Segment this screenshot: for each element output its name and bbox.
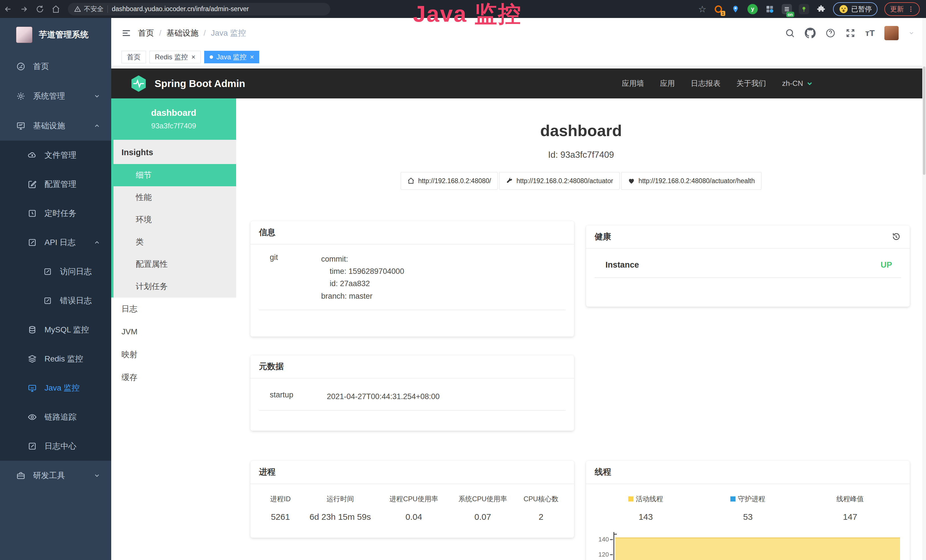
outer-sidebar: 芋道管理系统 首页 系统管理 基础设施 文件管理 配置管理 [0,18,111,560]
github-icon[interactable] [805,28,816,38]
insights-section: Insights 细节 性能 环境 类 配置属性 计划任务 [111,140,236,298]
threads-legend-daemon: 守护进程 [697,494,799,504]
sidebar-item-dev-tools[interactable]: 研发工具 [0,461,111,490]
sidebar-item-metrics[interactable]: 性能 [113,186,236,209]
breadcrumb-infrastructure[interactable]: 基础设施 [166,28,198,38]
close-icon[interactable]: × [191,54,195,61]
app-logo[interactable]: 芋道管理系统 [0,18,111,51]
sidebar-item-config-management[interactable]: 配置管理 [0,170,111,199]
layers-icon [27,354,37,363]
sidebar-item-java-monitor[interactable]: Java 监控 [0,374,111,403]
onetab-extension-icon[interactable]: on [782,4,792,14]
threads-card-title: 线程 [595,466,611,478]
threads-card: 线程 活动线程 守护进程 线程峰值 [586,461,910,560]
fullscreen-icon[interactable] [845,28,856,38]
scrollbar-thumb[interactable] [923,67,925,175]
sidebar-item-api-log[interactable]: API 日志 [0,228,111,257]
sidebar-item-jvm[interactable]: JVM [111,320,236,343]
chevron-down-icon[interactable] [908,30,915,36]
back-icon[interactable] [0,5,16,14]
close-icon[interactable]: × [250,54,254,61]
process-card-title: 进程 [259,466,275,478]
briefcase-icon [16,471,26,480]
threads-val-live: 143 [595,512,697,522]
sidebar-item-mappings[interactable]: 映射 [111,343,236,366]
history-icon[interactable] [891,232,901,242]
sidebar-item-scheduled-tasks[interactable]: 定时任务 [0,199,111,228]
profile-paused-badge[interactable]: 已暂停 [833,2,878,16]
gear-icon [16,92,26,101]
reload-icon[interactable] [32,5,48,14]
metadata-card: 元数据 startup 2021-04-27T00:44:31.254+08:0… [250,355,574,431]
grid-extension-icon[interactable] [764,4,775,14]
sidebar-item-infrastructure[interactable]: 基础设施 [0,111,111,141]
info-git-row: git commit: time: 1596289704000 id: 27aa… [259,244,566,310]
sba-nav-wallboard[interactable]: 应用墙 [622,79,644,88]
orange-circle-extension-icon[interactable]: 1 [713,4,723,14]
update-button[interactable]: 更新 [884,2,920,16]
doc-edit-icon [43,297,53,305]
sidebar-item-logs[interactable]: 日志 [111,298,236,320]
sba-nav-journal[interactable]: 日志报表 [691,79,720,88]
threads-chart: 140 120 100 [595,532,901,560]
sba-nav-about[interactable]: 关于我们 [736,79,766,88]
sidebar-item-mysql-monitor[interactable]: MySQL 监控 [0,315,111,344]
sidebar-item-environment[interactable]: 环境 [113,209,236,231]
font-size-icon[interactable]: ᴛT [865,28,875,38]
tab-java-monitor[interactable]: Java 监控 × [204,51,259,64]
sidebar-item-access-log[interactable]: 访问日志 [0,257,111,286]
sidebar-item-error-log[interactable]: 错误日志 [0,286,111,315]
sidebar-item-redis-monitor[interactable]: Redis 监控 [0,344,111,374]
cloud-upload-icon [27,151,37,160]
health-url-button[interactable]: http://192.168.0.2:48080/actuator/health [621,172,761,190]
tab-home[interactable]: 首页 [121,51,146,64]
puzzle-extensions-icon[interactable] [816,4,826,14]
sidebar-item-details[interactable]: 细节 [113,164,236,186]
spring-boot-admin-frame: Spring Boot Admin 应用墙 应用 日志报表 关于我们 zh-CN… [111,66,926,560]
sba-logo-icon [130,74,148,93]
forward-icon[interactable] [16,5,32,14]
gauge-icon [16,62,26,71]
home-icon[interactable] [48,5,64,14]
sidebar-item-system[interactable]: 系统管理 [0,81,111,111]
sba-locale-select[interactable]: zh-CN [782,79,813,88]
sba-sidebar: dashboard 93a3fc7f7409 Insights 细节 性能 环境… [111,98,236,560]
service-url-button[interactable]: http://192.168.0.2:48080/ [401,172,498,190]
actuator-url-button[interactable]: http://192.168.0.2:48080/actuator [499,172,620,190]
tab-redis-monitor[interactable]: Redis 监控 × [150,51,201,64]
sba-nav-applications[interactable]: 应用 [660,79,675,88]
sidebar-item-file-management[interactable]: 文件管理 [0,141,111,170]
bookmark-star-icon[interactable]: ☆ [698,4,707,15]
blue-pin-extension-icon[interactable] [730,4,741,14]
sidebar-item-tracing[interactable]: 链路追踪 [0,403,111,431]
sidebar-item-home[interactable]: 首页 [0,51,111,81]
threads-legend-live: 活动线程 [595,494,697,504]
sidebar-item-classes[interactable]: 类 [113,231,236,253]
live-threads-legend-swatch [628,496,633,501]
process-col-uptime: 运行时间 [302,494,379,504]
threads-chart-plot [613,532,900,560]
health-card: 健康 Instance UP [586,226,910,307]
sidebar-item-log-center[interactable]: 日志中心 [0,431,111,461]
instance-name: dashboard [151,108,196,118]
health-instance-row[interactable]: Instance UP [595,249,901,278]
security-warning-icon[interactable]: 不安全 [74,5,103,14]
sidebar-item-scheduled[interactable]: 计划任务 [113,275,236,298]
search-icon[interactable] [785,28,795,38]
sidebar-item-caches[interactable]: 缓存 [111,366,236,389]
instance-header[interactable]: dashboard 93a3fc7f7409 [111,98,236,140]
page-scrollbar[interactable] [922,18,926,560]
live-threads-area [615,537,900,560]
process-val-uptime: 6d 23h 15m 59s [302,512,379,522]
help-icon[interactable] [825,28,835,38]
green-y-extension-icon[interactable]: y [747,4,758,14]
screen: 不安全 dashboard.yudao.iocoder.cn/infra/adm… [0,0,926,560]
hamburger-icon[interactable] [111,28,138,38]
user-avatar[interactable] [884,26,899,40]
address-bar[interactable]: 不安全 dashboard.yudao.iocoder.cn/infra/adm… [68,3,330,15]
breadcrumb-home[interactable]: 首页 [138,28,154,38]
sprout-extension-icon[interactable] [799,4,809,14]
health-card-title: 健康 [595,231,611,242]
sidebar-item-config-props[interactable]: 配置属性 [113,253,236,275]
sba-brand[interactable]: Spring Boot Admin [130,74,245,93]
